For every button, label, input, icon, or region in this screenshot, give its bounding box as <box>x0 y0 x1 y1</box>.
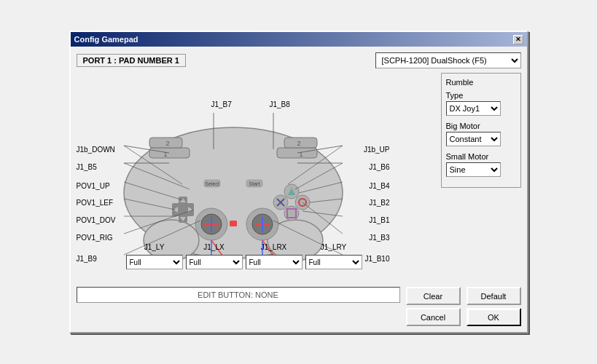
axis-label-J1LRX: J1_LRX <box>246 243 303 251</box>
close-icon: ✕ <box>515 36 521 43</box>
axis-select-J1LRX[interactable]: FullHalfNone <box>246 255 303 269</box>
label-J1bDOWN: J1b_DOWN <box>77 146 115 154</box>
small-motor-label: Small Motor <box>446 152 516 161</box>
svg-text:1: 1 <box>163 151 167 158</box>
rumble-title: Rumble <box>446 78 516 87</box>
big-motor-field: Big Motor Constant <box>446 122 516 146</box>
window-content: PORT 1 : PAD NUMBER 1 [SCPH-1200] DualSh… <box>71 47 527 332</box>
clear-button[interactable]: Clear <box>406 287 461 305</box>
top-row: PORT 1 : PAD NUMBER 1 [SCPH-1200] DualSh… <box>77 52 521 68</box>
main-area: J1_B7 J1_B8 J1b_DOWN J1_B5 POV1_UP POV1_… <box>77 73 521 284</box>
type-label: Type <box>446 91 516 100</box>
label-J1B9: J1_B9 <box>77 255 97 263</box>
axis-select-J1LRY[interactable]: FullHalfNone <box>305 255 362 269</box>
device-select[interactable]: [SCPH-1200] DualShock (F5) <box>375 52 521 68</box>
default-button[interactable]: Default <box>467 287 521 305</box>
action-buttons: Clear Default Cancel OK <box>406 287 521 326</box>
gamepad-container: J1_B7 J1_B8 J1b_DOWN J1_B5 POV1_UP POV1_… <box>77 73 390 284</box>
type-field: Type DX Joy1 <box>446 91 516 116</box>
right-panel: Rumble Type DX Joy1 Big Motor <box>441 73 521 284</box>
label-POV1UP: POV1_UP <box>77 182 110 190</box>
port-label: PORT 1 : PAD NUMBER 1 <box>77 54 186 67</box>
big-motor-label: Big Motor <box>446 122 516 130</box>
config-gamepad-window: Config Gamepad ✕ PORT 1 : PAD NUMBER 1 [… <box>69 31 528 333</box>
label-POV1DOW: POV1_DOV <box>77 216 116 224</box>
label-J1B10: J1_B10 <box>365 255 390 263</box>
axis-select-J1LX[interactable]: FullHalfNone <box>186 255 243 269</box>
label-J1bUP: J1b_UP <box>364 146 390 154</box>
bottom-left: EDIT BUTTON: NONE <box>77 287 400 326</box>
svg-text:1: 1 <box>299 151 303 158</box>
gamepad-section: J1_B7 J1_B8 J1b_DOWN J1_B5 POV1_UP POV1_… <box>77 73 435 284</box>
type-select[interactable]: DX Joy1 <box>446 101 501 116</box>
edit-button-display: EDIT BUTTON: NONE <box>77 287 400 303</box>
big-motor-select[interactable]: Constant <box>446 132 501 146</box>
device-dropdown: [SCPH-1200] DualShock (F5) <box>375 52 521 68</box>
svg-rect-5 <box>277 148 317 158</box>
axis-select-J1LY[interactable]: FullHalfNone <box>126 255 183 269</box>
cancel-button[interactable]: Cancel <box>406 308 461 326</box>
small-motor-select[interactable]: Sine <box>446 162 501 177</box>
svg-text:Select: Select <box>205 181 219 186</box>
close-button[interactable]: ✕ <box>513 35 523 44</box>
label-J1B6: J1_B6 <box>369 163 389 171</box>
title-bar-buttons: ✕ <box>513 35 523 44</box>
svg-text:Start: Start <box>249 181 260 186</box>
label-J1B2: J1_B2 <box>369 199 389 207</box>
label-POV1LEF: POV1_LEF <box>77 199 114 207</box>
svg-rect-3 <box>149 148 190 158</box>
axis-labels-row: J1_LY J1_LX J1_LRX J1_LRY <box>126 243 362 251</box>
bottom-row: EDIT BUTTON: NONE Clear Default Cancel O… <box>77 287 521 326</box>
title-bar: Config Gamepad ✕ <box>71 32 527 47</box>
svg-rect-33 <box>230 221 237 226</box>
label-J1B1: J1_B1 <box>369 216 389 224</box>
rumble-group: Rumble Type DX Joy1 Big Motor <box>441 73 521 188</box>
axis-dropdowns-row: FullHalfNone FullHalfNone FullHalfNone F… <box>126 255 362 269</box>
axis-label-J1LY: J1_LY <box>126 243 183 251</box>
axis-label-J1LRY: J1_LRY <box>305 243 362 251</box>
ok-button[interactable]: OK <box>467 308 521 326</box>
small-motor-field: Small Motor Sine <box>446 152 516 177</box>
gamepad-svg: 2 1 2 1 Select Start <box>117 106 350 266</box>
window-title: Config Gamepad <box>74 35 138 44</box>
label-J1B5: J1_B5 <box>77 163 97 171</box>
axis-label-J1LX: J1_LX <box>186 243 243 251</box>
label-POV1RIG: POV1_RIG <box>77 234 113 242</box>
svg-text:2: 2 <box>165 140 169 147</box>
label-J1B3: J1_B3 <box>369 234 389 242</box>
label-J1B4: J1_B4 <box>369 182 389 190</box>
svg-text:2: 2 <box>297 140 300 147</box>
